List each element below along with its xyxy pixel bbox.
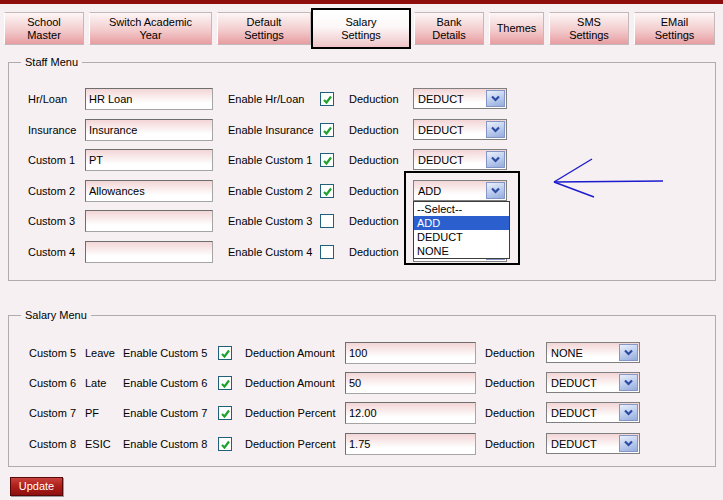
tab-salary-settings[interactable]: Salary Settings — [311, 8, 411, 49]
check-icon — [322, 155, 333, 166]
chevron-down-icon — [624, 440, 633, 447]
dropdown-option-add[interactable]: ADD — [414, 216, 509, 230]
enable-checkbox[interactable] — [320, 153, 334, 167]
field-label: Custom 2 — [28, 180, 75, 202]
combo-arrow-button[interactable] — [486, 151, 505, 168]
combo-arrow-button[interactable] — [486, 90, 505, 107]
chevron-down-icon — [491, 95, 500, 102]
tab-label: Salary Settings — [341, 16, 381, 42]
update-button[interactable]: Update — [10, 477, 63, 496]
combo-arrow-button[interactable] — [619, 344, 638, 361]
combo-arrow-button[interactable] — [619, 374, 638, 391]
amount-label: Deduction Percent — [245, 402, 336, 424]
enable-label: Enable Custom 4 — [228, 241, 312, 263]
tab-school-master[interactable]: School Master — [4, 12, 84, 45]
enable-checkbox[interactable] — [320, 123, 334, 137]
chevron-down-icon — [624, 409, 633, 416]
tab-default-settings[interactable]: Default Settings — [217, 12, 311, 45]
deduction-dropdown[interactable]: DEDUCT — [546, 433, 640, 454]
deduction-dropdown[interactable]: DEDUCT — [546, 372, 640, 393]
tab-label: SMS Settings — [569, 16, 609, 42]
deduction-amount-input[interactable] — [345, 433, 476, 455]
staff-name-input[interactable] — [85, 119, 213, 141]
tab-email-settings[interactable]: EMail Settings — [634, 12, 715, 45]
deduction-dropdown-open[interactable]: ADD — [413, 180, 507, 201]
enable-checkbox[interactable] — [218, 406, 232, 420]
field-name: ESIC — [85, 433, 111, 455]
enable-checkbox[interactable] — [320, 245, 334, 259]
staff-name-input[interactable] — [85, 88, 213, 110]
enable-checkbox[interactable] — [218, 346, 232, 360]
deduction-amount-input[interactable] — [345, 402, 476, 424]
staff-name-input[interactable] — [85, 241, 213, 263]
deduction-label: Deduction — [349, 180, 399, 202]
check-icon — [322, 94, 333, 105]
deduction-amount-input[interactable] — [345, 342, 476, 364]
combo-arrow-button[interactable] — [486, 121, 505, 138]
dropdown-option-none[interactable]: NONE — [414, 244, 509, 258]
deduction-label: Deduction — [349, 210, 399, 232]
tab-sms-settings[interactable]: SMS Settings — [549, 12, 629, 45]
field-name: Late — [85, 372, 106, 394]
dropdown-option-deduct[interactable]: DEDUCT — [414, 230, 509, 244]
tab-label: Themes — [497, 22, 537, 35]
deduction-dropdown[interactable]: DEDUCT — [413, 149, 507, 170]
enable-label: Enable Custom 2 — [228, 180, 312, 202]
field-label: Custom 8 — [29, 433, 76, 455]
enable-label: Enable Custom 1 — [228, 149, 312, 171]
enable-checkbox[interactable] — [320, 184, 334, 198]
dropdown-value: DEDUCT — [418, 124, 464, 136]
enable-checkbox[interactable] — [218, 437, 232, 451]
enable-checkbox[interactable] — [320, 92, 334, 106]
tab-themes[interactable]: Themes — [489, 12, 544, 45]
staff-name-input[interactable] — [85, 149, 213, 171]
field-label: Custom 4 — [28, 241, 75, 263]
deduction-dropdown[interactable]: DEDUCT — [413, 88, 507, 109]
tab-label: School Master — [27, 16, 61, 42]
combo-arrow-button[interactable] — [619, 435, 638, 452]
deduction-label: Deduction — [349, 88, 399, 110]
top-red-bar — [0, 0, 723, 4]
deduction-amount-input[interactable] — [345, 372, 476, 394]
tab-bank-details[interactable]: Bank Details — [414, 12, 484, 45]
chevron-down-icon — [624, 349, 633, 356]
open-dropdown-focus-box: ADD --Select-- ADD DEDUCT NONE — [404, 171, 520, 265]
dropdown-value: DEDUCT — [551, 377, 597, 389]
dropdown-value: NONE — [551, 347, 583, 359]
deduction-label: Deduction — [349, 119, 399, 141]
dropdown-value: ADD — [418, 185, 441, 197]
dropdown-value: DEDUCT — [551, 438, 597, 450]
tab-label: EMail Settings — [655, 16, 695, 42]
salary-menu-title: Salary Menu — [21, 309, 91, 321]
field-label: Custom 6 — [29, 372, 76, 394]
tab-label: Bank Details — [432, 16, 466, 42]
enable-label: Enable Hr/Loan — [228, 88, 304, 110]
deduction-dropdown[interactable]: DEDUCT — [546, 402, 640, 423]
check-icon — [322, 125, 333, 136]
deduction-label: Deduction — [485, 342, 535, 364]
staff-name-input[interactable] — [85, 210, 213, 232]
chevron-down-icon — [491, 126, 500, 133]
deduction-dropdown[interactable]: DEDUCT — [413, 119, 507, 140]
deduction-label: Deduction — [485, 402, 535, 424]
dropdown-value: DEDUCT — [551, 407, 597, 419]
staff-name-input[interactable] — [85, 180, 213, 202]
enable-label: Enable Custom 5 — [123, 342, 207, 364]
combo-arrow-button[interactable] — [486, 182, 505, 199]
salary-settings-page: School Master Switch Academic Year Defau… — [0, 0, 723, 500]
deduction-dropdown[interactable]: NONE — [546, 342, 640, 363]
deduction-label: Deduction — [485, 433, 535, 455]
combo-arrow-button[interactable] — [619, 404, 638, 421]
dropdown-option-list: --Select-- ADD DEDUCT NONE — [413, 201, 510, 259]
field-label: Custom 5 — [29, 342, 76, 364]
field-label: Insurance — [28, 119, 76, 141]
enable-label: Enable Custom 6 — [123, 372, 207, 394]
enable-checkbox[interactable] — [320, 214, 334, 228]
dropdown-option-select[interactable]: --Select-- — [414, 202, 509, 216]
amount-label: Deduction Amount — [245, 372, 335, 394]
field-label: Hr/Loan — [28, 88, 67, 110]
check-icon — [220, 439, 231, 450]
check-icon — [220, 378, 231, 389]
enable-checkbox[interactable] — [218, 376, 232, 390]
tab-switch-academic-year[interactable]: Switch Academic Year — [89, 12, 212, 45]
